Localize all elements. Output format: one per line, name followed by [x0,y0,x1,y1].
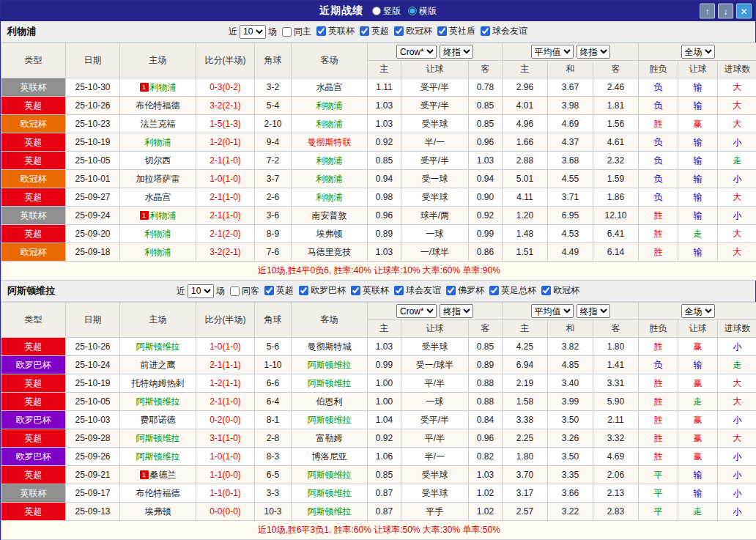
score-link[interactable]: 1-1(0-0) [210,470,241,480]
score-link[interactable]: 2-1(1-0) [210,396,241,407]
league-checkbox[interactable] [541,286,551,295]
league-checkbox[interactable] [481,26,490,36]
league-filter[interactable]: 欧冠杯 [541,284,579,297]
team-link[interactable]: 加拉塔萨雷 [136,174,180,184]
team-link[interactable]: 利物浦 [316,100,343,111]
league-filter[interactable]: 英足总杯 [489,284,536,297]
team-link[interactable]: 阿斯顿维拉 [136,433,180,443]
team-link[interactable]: 利物浦 [145,137,171,147]
league-checkbox[interactable] [316,26,326,36]
team-link[interactable]: 阿斯顿维拉 [308,378,352,388]
same-venue-filter[interactable]: 同主 [282,26,311,38]
score-link[interactable]: 3-2(2-1) [210,247,241,257]
score-link[interactable]: 1-5(1-3) [210,119,241,129]
league-checkbox[interactable] [446,286,456,295]
team-link[interactable]: 阿斯顿维拉 [308,360,352,370]
league-checkbox[interactable] [394,286,404,295]
team-link[interactable]: 利物浦 [145,229,171,239]
league-filter[interactable]: 英超 [360,25,389,37]
team-link[interactable]: 水晶宫 [145,192,171,202]
league-checkbox[interactable] [299,286,308,295]
league-filter[interactable]: 欧冠杯 [394,25,432,37]
score-link[interactable]: 1-0(1-0) [210,341,241,352]
down-arrow-icon[interactable]: ↓ [718,4,733,19]
score-link[interactable]: 2-1(1-1) [210,360,241,370]
team-link[interactable]: 利物浦 [316,119,343,129]
team-link[interactable]: 1桑德兰 [140,470,177,480]
league-checkbox[interactable] [360,26,369,36]
team-link[interactable]: 埃弗顿 [316,229,343,239]
team-link[interactable]: 利物浦 [316,192,343,202]
score-link[interactable]: 3-1(1-0) [210,433,241,443]
score-link[interactable]: 1-0(1-0) [210,174,241,184]
layout-option-vertical[interactable]: 竖版 [372,5,401,18]
score-link[interactable]: 0-0(0-0) [210,506,241,517]
result-scope-select[interactable]: 全场 [681,45,715,59]
team-link[interactable]: 曼彻斯特城 [308,341,352,352]
league-filter[interactable]: 英社盾 [437,25,475,37]
team-link[interactable]: 阿斯顿维拉 [308,415,352,425]
team-link[interactable]: 阿斯顿维拉 [136,396,180,407]
asian-source-select[interactable]: Crow* [396,304,437,318]
team-link[interactable]: 埃弗顿 [145,506,171,517]
team-link[interactable]: 费耶诺德 [141,415,176,425]
score-link[interactable]: 2-1(2-0) [210,229,241,239]
team-link[interactable]: 法兰克福 [141,119,176,129]
score-link[interactable]: 0-3(0-2) [210,82,241,92]
same-venue-filter[interactable]: 同客 [230,285,259,297]
euro-final-select[interactable]: 终指 [577,304,610,318]
team-link[interactable]: 前进之鹰 [141,360,176,370]
team-link[interactable]: 利物浦 [316,174,343,184]
score-link[interactable]: 1-2(1-1) [210,378,241,388]
euro-source-select[interactable]: 平均值 [531,304,574,318]
team-link[interactable]: 伯恩利 [316,396,343,407]
team-link[interactable]: 曼彻斯特联 [308,137,352,147]
score-link[interactable]: 2-1(1-0) [210,155,241,166]
team-link[interactable]: 1利物浦 [140,210,177,221]
team-link[interactable]: 阿斯顿维拉 [136,341,180,352]
team-link[interactable]: 布伦特福德 [136,100,180,111]
score-link[interactable]: 3-2(2-1) [210,100,241,111]
score-link[interactable]: 1-1(0-1) [210,488,241,498]
team-link[interactable]: 切尔西 [145,155,171,166]
team-link[interactable]: 博洛尼亚 [312,451,347,462]
same-venue-checkbox[interactable] [282,27,292,37]
league-filter[interactable]: 球会友谊 [481,25,527,37]
layout-radio[interactable] [372,7,381,15]
team-link[interactable]: 利物浦 [145,247,171,257]
league-checkbox[interactable] [437,26,447,36]
team-link[interactable]: 南安普敦 [312,210,347,221]
team-link[interactable]: 水晶宫 [316,82,343,92]
league-checkbox[interactable] [394,26,404,36]
league-filter[interactable]: 英联杯 [351,284,389,297]
league-filter[interactable]: 英联杯 [316,25,355,37]
league-filter[interactable]: 佛罗杯 [446,284,484,297]
asian-final-select[interactable]: 终指 [440,45,473,59]
asian-final-select[interactable]: 终指 [440,304,473,318]
same-venue-checkbox[interactable] [230,286,240,296]
section-team-name[interactable]: 阿斯顿维拉 [1,284,55,297]
score-link[interactable]: 2-1(1-0) [210,210,241,221]
league-checkbox[interactable] [264,286,274,295]
result-scope-select[interactable]: 全场 [681,304,715,318]
asian-source-select[interactable]: Crow* [396,45,437,59]
euro-final-select[interactable]: 终指 [577,45,610,59]
team-link[interactable]: 利物浦 [316,155,343,166]
up-arrow-icon[interactable]: ↑ [700,4,715,19]
league-checkbox[interactable] [489,286,499,295]
score-link[interactable]: 1-2(0-1) [210,137,241,147]
league-filter[interactable]: 英超 [264,284,294,297]
team-link[interactable]: 布伦特福德 [136,488,180,498]
team-link[interactable]: 1利物浦 [140,82,177,92]
team-link[interactable]: 阿斯顿维拉 [308,488,352,498]
match-count-select[interactable]: 10 [188,284,214,298]
close-icon[interactable]: ✕ [736,4,752,19]
match-count-select[interactable]: 10 [240,25,266,39]
team-link[interactable]: 马德里竞技 [308,247,352,257]
team-link[interactable]: 富勒姆 [316,433,343,443]
league-checkbox[interactable] [351,286,360,295]
layout-radio[interactable] [408,7,417,15]
team-link[interactable]: 阿斯顿维拉 [308,470,352,480]
score-link[interactable]: 1-0(1-0) [210,451,241,462]
score-link[interactable]: 2-1(1-0) [210,192,241,202]
